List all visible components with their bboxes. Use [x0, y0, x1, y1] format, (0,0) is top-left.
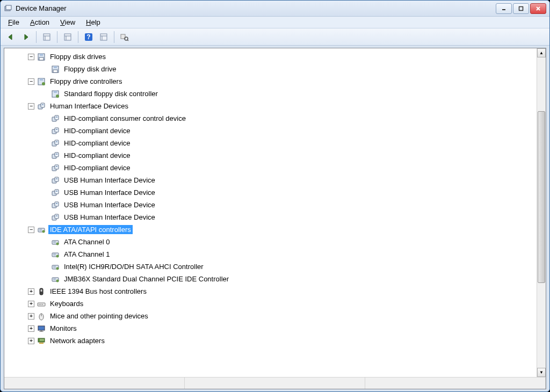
- tree-node-label[interactable]: Floppy drive controllers: [48, 77, 124, 86]
- tree-node-label[interactable]: ATA Channel 1: [62, 250, 112, 259]
- expand-icon[interactable]: +: [28, 325, 34, 332]
- expand-icon[interactable]: +: [28, 313, 34, 320]
- tree-node-label[interactable]: Floppy disk drives: [48, 52, 107, 61]
- svg-rect-49: [56, 166, 57, 167]
- tree-device-row[interactable]: HID-compliant device: [4, 137, 537, 149]
- tree-node-label[interactable]: Keyboards: [48, 299, 85, 308]
- status-cell-3: [365, 378, 546, 389]
- svg-point-63: [42, 230, 45, 233]
- toolbar: ?: [1, 28, 549, 46]
- tree-category-row[interactable]: +IEEE 1394 Bus host controllers: [4, 285, 537, 297]
- svg-point-75: [56, 267, 59, 270]
- tree-node-label[interactable]: IEEE 1394 Bus host controllers: [48, 287, 148, 296]
- tree-device-row[interactable]: USB Human Interface Device: [4, 174, 537, 186]
- tree-device-row[interactable]: Standard floppy disk controller: [4, 88, 537, 100]
- tree-device-row[interactable]: HID-compliant device: [4, 125, 537, 137]
- ide-category-icon: [37, 225, 46, 235]
- tree-node-label[interactable]: USB Human Interface Device: [62, 188, 157, 197]
- menu-file[interactable]: File: [4, 17, 24, 27]
- svg-rect-22: [39, 57, 44, 60]
- close-button[interactable]: [530, 3, 546, 14]
- tree-category-row[interactable]: +Mice and other pointing devices: [4, 310, 537, 322]
- svg-rect-1: [6, 5, 11, 10]
- expand-icon[interactable]: +: [28, 338, 34, 344]
- tree-node-label[interactable]: HID-compliant device: [62, 126, 132, 135]
- status-bar: [4, 377, 546, 389]
- tree-device-row[interactable]: USB Human Interface Device: [4, 186, 537, 199]
- tree-node-label[interactable]: IDE ATA/ATAPI controllers: [48, 225, 133, 234]
- tree-node-label[interactable]: Intel(R) ICH9R/DO/DH SATA AHCI Controlle…: [62, 262, 205, 271]
- svg-rect-6: [44, 34, 50, 40]
- tree-node-label[interactable]: Standard floppy disk controller: [62, 89, 160, 98]
- tree-device-row[interactable]: ATA Channel 0: [4, 236, 537, 248]
- tree-device-row[interactable]: USB Human Interface Device: [4, 199, 537, 211]
- tree-node-label[interactable]: Human Interface Devices: [48, 101, 130, 111]
- tree-node-label[interactable]: HID-compliant device: [62, 163, 132, 172]
- detail-icon[interactable]: [118, 30, 132, 44]
- tree-node-label[interactable]: USB Human Interface Device: [62, 213, 157, 222]
- help-icon[interactable]: ?: [82, 30, 96, 44]
- ata-icon: [50, 262, 60, 272]
- tree-device-row[interactable]: HID-compliant device: [4, 149, 537, 162]
- tree-node-label[interactable]: JMB36X Standard Dual Channel PCIE IDE Co…: [62, 274, 230, 284]
- tree-device-row[interactable]: ATA Channel 1: [4, 248, 537, 260]
- tree-device-row[interactable]: Intel(R) ICH9R/DO/DH SATA AHCI Controlle…: [4, 260, 537, 273]
- svg-rect-27: [40, 78, 43, 81]
- back-icon[interactable]: [4, 30, 18, 44]
- collapse-icon[interactable]: −: [28, 78, 34, 85]
- tree-category-row[interactable]: +Network adapters: [4, 335, 537, 347]
- tree-node-label[interactable]: Floppy disk drive: [62, 64, 118, 74]
- menu-action[interactable]: Action: [26, 17, 54, 27]
- tree-node-label[interactable]: HID-compliant device: [62, 151, 132, 160]
- hid-icon: [50, 188, 60, 198]
- properties-icon[interactable]: [61, 30, 75, 44]
- expand-icon[interactable]: +: [28, 301, 34, 307]
- menu-view[interactable]: View: [56, 17, 79, 27]
- tree-node-label[interactable]: Monitors: [48, 324, 78, 333]
- device-tree[interactable]: −Floppy disk drivesFloppy disk drive−Flo…: [4, 48, 537, 377]
- minimize-button[interactable]: [496, 3, 512, 14]
- collapse-icon[interactable]: −: [28, 54, 34, 60]
- tree-category-row[interactable]: +Keyboards: [4, 297, 537, 310]
- tree-device-row[interactable]: JMB36X Standard Dual Channel PCIE IDE Co…: [4, 273, 537, 285]
- tree-category-row[interactable]: −IDE ATA/ATAPI controllers: [4, 223, 537, 236]
- scroll-thumb[interactable]: [538, 111, 545, 283]
- svg-rect-91: [40, 330, 42, 331]
- menu-help[interactable]: Help: [82, 17, 105, 27]
- scroll-up-button[interactable]: ▲: [537, 48, 546, 57]
- tree-node-label[interactable]: HID-compliant consumer control device: [62, 114, 187, 123]
- tree-device-row[interactable]: USB Human Interface Device: [4, 211, 537, 223]
- maximize-button[interactable]: [513, 3, 529, 14]
- tree-node-label[interactable]: USB Human Interface Device: [62, 200, 157, 209]
- tree-device-row[interactable]: HID-compliant consumer control device: [4, 112, 537, 125]
- svg-rect-40: [56, 129, 57, 130]
- tree-node-label[interactable]: USB Human Interface Device: [62, 176, 157, 185]
- tree-category-row[interactable]: −Floppy disk drives: [4, 50, 537, 63]
- titlebar[interactable]: Device Manager: [1, 1, 549, 17]
- network-icon: [37, 336, 46, 346]
- show-hide-console-tree-icon[interactable]: [40, 30, 54, 44]
- tree-category-row[interactable]: −Human Interface Devices: [4, 100, 537, 112]
- tree-device-row[interactable]: Floppy disk drive: [4, 63, 537, 75]
- tree-category-row[interactable]: −Floppy drive controllers: [4, 75, 537, 88]
- hid-category-icon: [37, 101, 46, 111]
- tree-node-label[interactable]: ATA Channel 0: [62, 237, 112, 246]
- tree-node-label[interactable]: Mice and other pointing devices: [48, 311, 150, 321]
- scroll-track[interactable]: [537, 57, 546, 368]
- expand-icon[interactable]: +: [28, 288, 34, 295]
- collapse-icon[interactable]: −: [28, 103, 34, 110]
- svg-rect-58: [56, 203, 57, 204]
- device-manager-window: Device Manager File Action View Help ? −…: [0, 0, 550, 392]
- collapse-icon[interactable]: −: [28, 227, 34, 233]
- forward-icon[interactable]: [19, 30, 33, 44]
- scroll-down-button[interactable]: ▼: [537, 368, 546, 377]
- tree-category-row[interactable]: +Monitors: [4, 322, 537, 335]
- tree-node-label[interactable]: Network adapters: [48, 336, 106, 345]
- tree-device-row[interactable]: HID-compliant device: [4, 162, 537, 174]
- svg-rect-55: [56, 191, 57, 192]
- svg-rect-52: [56, 178, 57, 179]
- hid-icon: [50, 126, 60, 136]
- vertical-scrollbar[interactable]: ▲ ▼: [537, 48, 546, 377]
- tree-node-label[interactable]: HID-compliant device: [62, 139, 132, 148]
- scan-hardware-icon[interactable]: [97, 30, 111, 44]
